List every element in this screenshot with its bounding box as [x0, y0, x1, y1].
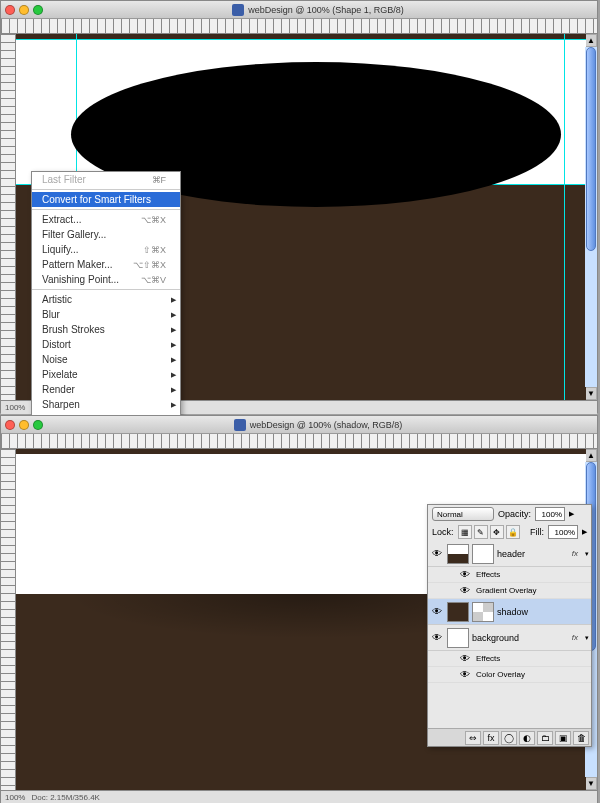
scroll-down[interactable]: ▼	[585, 387, 597, 400]
layer-style-icon[interactable]: fx	[483, 731, 499, 745]
zoom-button[interactable]	[33, 5, 43, 15]
menu-brush-strokes[interactable]: Brush Strokes	[32, 322, 180, 337]
menu-render[interactable]: Render	[32, 382, 180, 397]
layer-thumbnail[interactable]	[447, 544, 469, 564]
expand-icon[interactable]: ▾	[585, 634, 589, 642]
menu-artistic[interactable]: Artistic	[32, 292, 180, 307]
fill-input[interactable]: 100%	[548, 525, 578, 539]
zoom-button[interactable]	[33, 420, 43, 430]
smart-filter-thumbnail[interactable]	[472, 602, 494, 622]
scroll-track[interactable]	[585, 47, 597, 387]
blend-opacity-row: Normal Opacity: 100% ▶	[428, 505, 591, 523]
ps-icon	[232, 4, 244, 16]
scroll-up[interactable]: ▲	[585, 449, 597, 462]
scroll-down[interactable]: ▼	[585, 777, 597, 790]
visibility-eye-icon[interactable]: 👁	[458, 585, 472, 596]
menu-pattern-maker[interactable]: Pattern Maker...⌥⇧⌘X	[32, 257, 180, 272]
menu-sharpen[interactable]: Sharpen	[32, 397, 180, 412]
expand-icon[interactable]: ▾	[585, 550, 589, 558]
layer-header[interactable]: 👁 header fx ▾	[428, 541, 591, 567]
minimize-button[interactable]	[19, 5, 29, 15]
fx-badge[interactable]: fx	[572, 549, 578, 558]
layer-mask-thumbnail[interactable]	[472, 544, 494, 564]
document-window-bottom: webDesign @ 100% (shadow, RGB/8) ▲ ▼ 100…	[0, 415, 598, 803]
link-layers-icon[interactable]: ⇔	[465, 731, 481, 745]
layer-name[interactable]: background	[472, 633, 519, 643]
zoom-level[interactable]: 100%	[5, 403, 25, 412]
ruler-vertical[interactable]	[1, 449, 16, 790]
layer-mask-icon[interactable]: ◯	[501, 731, 517, 745]
layer-shadow[interactable]: 👁 shadow	[428, 599, 591, 625]
doc-size: Doc: 2.15M/356.4K	[31, 793, 99, 802]
scroll-up[interactable]: ▲	[585, 34, 597, 47]
visibility-eye-icon[interactable]: 👁	[430, 548, 444, 559]
blend-mode-value: Normal	[437, 510, 463, 519]
window-title-wrap: webDesign @ 100% (Shape 1, RGB/8)	[43, 4, 593, 16]
menu-pixelate[interactable]: Pixelate	[32, 367, 180, 382]
ruler-vertical[interactable]	[1, 34, 16, 400]
lock-fill-row: Lock: ▦ ✎ ✥ 🔒 Fill: 100% ▶	[428, 523, 591, 541]
titlebar[interactable]: webDesign @ 100% (Shape 1, RGB/8)	[1, 1, 597, 19]
effect-name: Gradient Overlay	[476, 586, 536, 595]
layers-panel[interactable]: Normal Opacity: 100% ▶ Lock: ▦ ✎ ✥ 🔒 Fil…	[427, 504, 592, 747]
layer-effects-row[interactable]: 👁 Effects	[428, 567, 591, 583]
document-window-top: webDesign @ 100% (Shape 1, RGB/8) ▲ ▼ 10…	[0, 0, 598, 413]
group-icon[interactable]: 🗀	[537, 731, 553, 745]
titlebar[interactable]: webDesign @ 100% (shadow, RGB/8)	[1, 416, 597, 434]
opacity-label: Opacity:	[498, 509, 531, 519]
window-title: webDesign @ 100% (shadow, RGB/8)	[250, 420, 403, 430]
effects-label: Effects	[476, 570, 500, 579]
lock-transparent-icon[interactable]: ▦	[458, 525, 472, 539]
guide-v-2[interactable]	[564, 34, 565, 400]
opacity-input[interactable]: 100%	[535, 507, 565, 521]
menu-liquify[interactable]: Liquify...⇧⌘X	[32, 242, 180, 257]
layer-effects-row[interactable]: 👁 Effects	[428, 651, 591, 667]
visibility-eye-icon[interactable]: 👁	[430, 606, 444, 617]
ruler-horizontal[interactable]	[1, 434, 597, 449]
layer-effect-gradient-overlay[interactable]: 👁 Gradient Overlay	[428, 583, 591, 599]
visibility-eye-icon[interactable]: 👁	[458, 669, 472, 680]
guide-h-1[interactable]	[16, 39, 586, 40]
adjustment-layer-icon[interactable]: ◐	[519, 731, 535, 745]
menu-blur[interactable]: Blur	[32, 307, 180, 322]
fill-flyout-icon[interactable]: ▶	[582, 528, 587, 536]
menu-vanishing-point[interactable]: Vanishing Point...⌥⌘V	[32, 272, 180, 287]
new-layer-icon[interactable]: ▣	[555, 731, 571, 745]
blend-mode-select[interactable]: Normal	[432, 507, 494, 521]
lock-label: Lock:	[432, 527, 454, 537]
scroll-thumb[interactable]	[586, 47, 596, 251]
zoom-level[interactable]: 100%	[5, 793, 25, 802]
layer-background[interactable]: 👁 background fx ▾	[428, 625, 591, 651]
opacity-flyout-icon[interactable]: ▶	[569, 510, 574, 518]
menu-extract[interactable]: Extract...⌥⌘X	[32, 212, 180, 227]
layer-thumbnail[interactable]	[447, 628, 469, 648]
menu-last-filter: Last Filter⌘F	[32, 172, 180, 187]
fx-badge[interactable]: fx	[572, 633, 578, 642]
lock-all-icon[interactable]: 🔒	[506, 525, 520, 539]
layer-effect-color-overlay[interactable]: 👁 Color Overlay	[428, 667, 591, 683]
layer-name[interactable]: header	[497, 549, 525, 559]
layers-panel-footer: ⇔ fx ◯ ◐ 🗀 ▣ 🗑	[428, 728, 591, 746]
effects-label: Effects	[476, 654, 500, 663]
layer-name[interactable]: shadow	[497, 607, 528, 617]
minimize-button[interactable]	[19, 420, 29, 430]
visibility-eye-icon[interactable]: 👁	[458, 653, 472, 664]
close-button[interactable]	[5, 5, 15, 15]
visibility-eye-icon[interactable]: 👁	[430, 632, 444, 643]
ruler-horizontal[interactable]	[1, 19, 597, 34]
delete-layer-icon[interactable]: 🗑	[573, 731, 589, 745]
lock-position-icon[interactable]: ✥	[490, 525, 504, 539]
menu-noise[interactable]: Noise	[32, 352, 180, 367]
visibility-eye-icon[interactable]: 👁	[458, 569, 472, 580]
menu-distort[interactable]: Distort	[32, 337, 180, 352]
layer-thumbnail[interactable]	[447, 602, 469, 622]
menu-filter-gallery[interactable]: Filter Gallery...	[32, 227, 180, 242]
vertical-scrollbar[interactable]: ▲ ▼	[584, 34, 597, 400]
menu-convert-smart-filters[interactable]: Convert for Smart Filters	[32, 192, 180, 207]
fill-label: Fill:	[530, 527, 544, 537]
window-title: webDesign @ 100% (Shape 1, RGB/8)	[248, 5, 404, 15]
close-button[interactable]	[5, 420, 15, 430]
window-controls	[5, 420, 43, 430]
lock-pixels-icon[interactable]: ✎	[474, 525, 488, 539]
status-bar: 100% Doc: 2.15M/356.4K	[1, 790, 597, 803]
